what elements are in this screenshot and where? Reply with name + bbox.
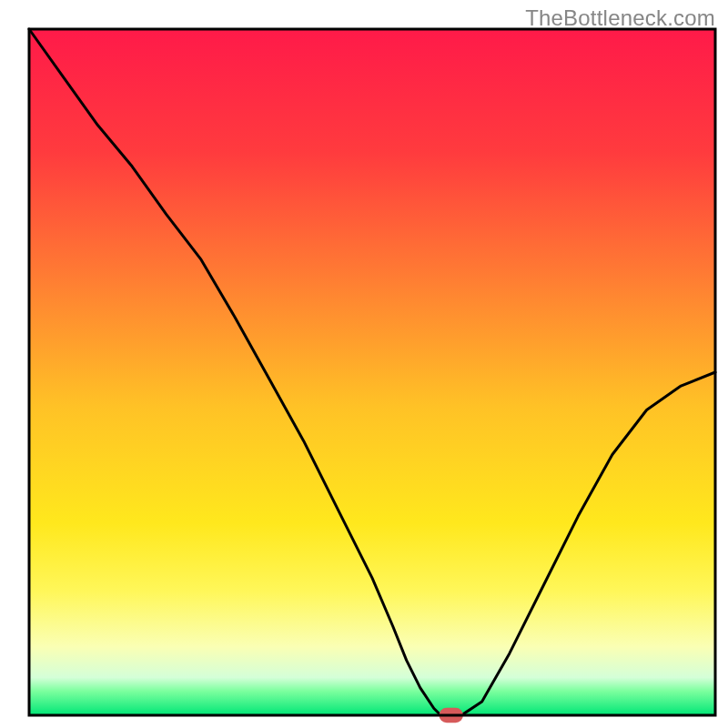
plot-area [29, 29, 715, 723]
attribution-text: TheBottleneck.com [525, 5, 715, 31]
chart-svg [0, 0, 728, 728]
gradient-background [29, 29, 715, 715]
bottleneck-chart: TheBottleneck.com [0, 0, 728, 728]
